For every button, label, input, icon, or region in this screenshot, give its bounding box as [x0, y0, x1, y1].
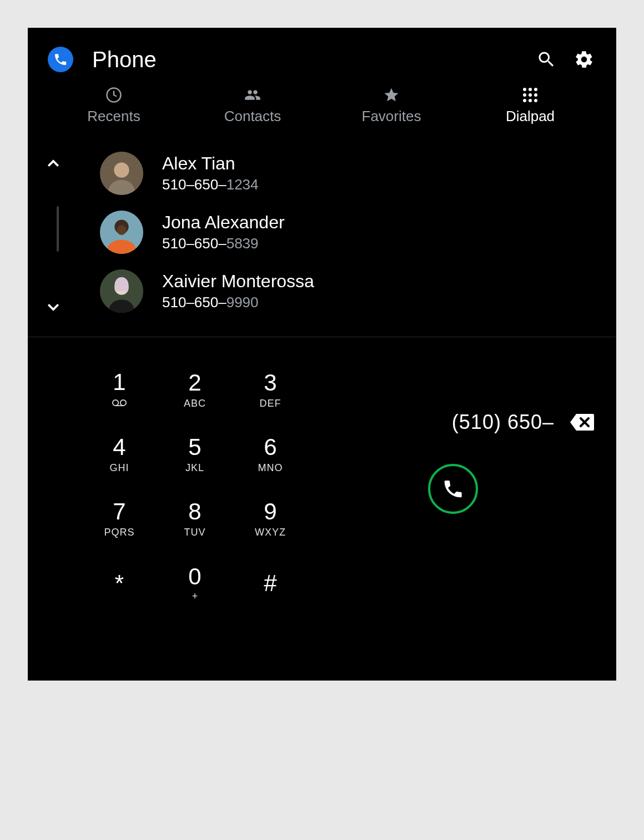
contact-info: Alex Tian 510–650–1234 — [162, 153, 259, 193]
tab-label: Favorites — [362, 108, 421, 125]
contact-info: Xaivier Monterossa 510–650–9990 — [162, 271, 314, 311]
contact-info: Jona Alexander 510–650–5839 — [162, 212, 285, 252]
svg-point-8 — [120, 400, 126, 406]
key-8[interactable]: 8 TUV — [159, 488, 231, 549]
tab-bar: Recents Contacts Favorites Dialpad — [28, 82, 616, 137]
contact-name: Jona Alexander — [162, 212, 285, 233]
dialpad-icon — [523, 87, 537, 103]
dial-display: (510) 650– — [306, 359, 600, 614]
scroll-down-button[interactable] — [42, 296, 64, 318]
key-6[interactable]: 6 MNO — [234, 424, 306, 485]
chevron-up-icon — [45, 156, 62, 172]
suggestion-row[interactable]: Jona Alexander 510–650–5839 — [28, 203, 616, 262]
scroll-up-button[interactable] — [42, 153, 64, 175]
key-0[interactable]: 0 + — [159, 553, 231, 614]
contact-number: 510–650–5839 — [162, 235, 285, 252]
key-3[interactable]: 3 DEF — [234, 359, 306, 421]
keypad: 1 2 ABC 3 DEF 4 GHI 5 JKL 6 MNO — [83, 359, 306, 614]
avatar — [100, 211, 143, 254]
svg-point-1 — [114, 163, 129, 178]
phone-app-icon — [48, 47, 73, 72]
chevron-down-icon — [45, 298, 62, 315]
app-title: Phone — [92, 47, 521, 72]
phone-icon — [442, 478, 464, 500]
suggestion-row[interactable]: Alex Tian 510–650–1234 — [28, 144, 616, 203]
avatar — [100, 152, 143, 195]
gear-icon — [574, 49, 594, 69]
tab-dialpad[interactable]: Dialpad — [464, 87, 597, 125]
contact-name: Xaivier Monterossa — [162, 271, 314, 292]
key-5[interactable]: 5 JKL — [159, 424, 231, 485]
key-star[interactable]: * — [83, 553, 155, 614]
search-icon — [536, 49, 556, 69]
app-header: Phone — [28, 28, 616, 82]
settings-button[interactable] — [572, 47, 596, 72]
people-icon — [244, 87, 261, 103]
voicemail-icon — [112, 394, 127, 409]
typed-number: (510) 650– — [452, 411, 554, 434]
key-1[interactable]: 1 — [83, 359, 155, 421]
tab-favorites[interactable]: Favorites — [325, 87, 458, 125]
dial-suggestions: Alex Tian 510–650–1234 Jona Alexander 51… — [28, 137, 616, 337]
contact-number: 510–650–1234 — [162, 176, 259, 193]
dialpad-area: 1 2 ABC 3 DEF 4 GHI 5 JKL 6 MNO — [28, 337, 616, 614]
tab-recents[interactable]: Recents — [47, 87, 180, 125]
call-button[interactable] — [428, 464, 478, 514]
tab-label: Recents — [87, 108, 140, 125]
key-7[interactable]: 7 PQRS — [83, 488, 155, 549]
key-9[interactable]: 9 WXYZ — [234, 488, 306, 549]
phone-app-screen: Phone Recents Contacts Favorites — [28, 28, 616, 681]
tab-label: Contacts — [224, 108, 281, 125]
avatar — [100, 269, 143, 313]
search-button[interactable] — [534, 47, 559, 72]
key-2[interactable]: 2 ABC — [159, 359, 231, 421]
contact-number: 510–650–9990 — [162, 294, 314, 311]
scroll-indicator — [57, 206, 59, 252]
key-hash[interactable]: # — [234, 553, 306, 614]
clock-icon — [105, 87, 122, 103]
tab-contacts[interactable]: Contacts — [186, 87, 319, 125]
svg-point-4 — [117, 225, 127, 235]
suggestion-row[interactable]: Xaivier Monterossa 510–650–9990 — [28, 262, 616, 321]
tab-label: Dialpad — [506, 108, 555, 125]
key-4[interactable]: 4 GHI — [83, 424, 155, 485]
contact-name: Alex Tian — [162, 153, 259, 174]
star-icon — [383, 87, 400, 103]
svg-point-7 — [113, 400, 118, 406]
backspace-button[interactable] — [570, 413, 594, 432]
backspace-icon — [570, 413, 594, 432]
